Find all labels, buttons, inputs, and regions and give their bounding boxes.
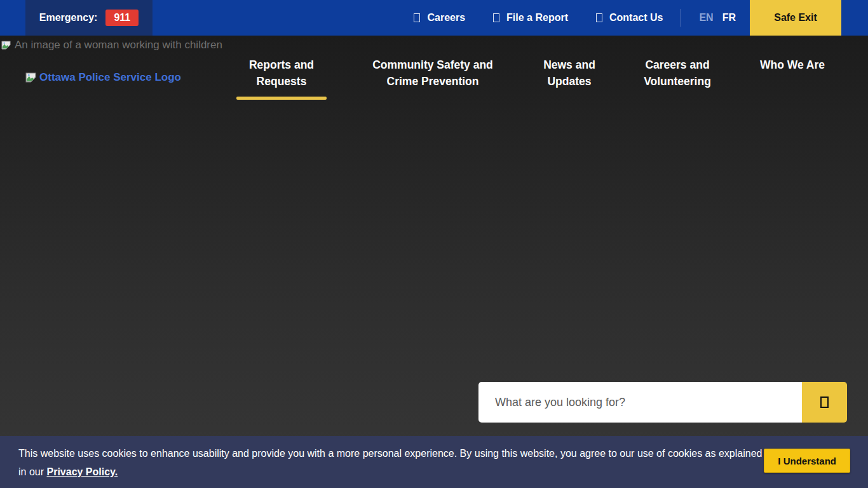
contact-us-icon bbox=[596, 13, 602, 22]
language-toggle: EN FR bbox=[699, 12, 736, 24]
contact-us-link-label: Contact Us bbox=[609, 12, 663, 24]
careers-icon bbox=[414, 13, 420, 22]
nav-item-label: Who We Are bbox=[760, 58, 825, 71]
topbar-divider bbox=[681, 9, 681, 27]
nav-item-community-safety[interactable]: Community Safety and Crime Prevention bbox=[366, 57, 499, 90]
nav-item-news-and-updates[interactable]: News and Updates bbox=[539, 57, 600, 90]
nav-item-reports-and-requests[interactable]: Reports and Requests bbox=[236, 57, 327, 100]
cookie-accept-button[interactable]: I Understand bbox=[764, 449, 850, 473]
nav-item-label: Reports and Requests bbox=[249, 58, 314, 88]
careers-link[interactable]: Careers bbox=[414, 12, 465, 24]
broken-image-icon bbox=[1, 41, 11, 50]
emergency-number-badge: 911 bbox=[105, 10, 139, 26]
site-search bbox=[478, 382, 847, 423]
main-navigation: Reports and Requests Community Safety an… bbox=[236, 57, 830, 100]
privacy-policy-link[interactable]: Privacy Policy. bbox=[46, 466, 118, 477]
hero-image-alt-text: An image of a woman working with childre… bbox=[15, 39, 222, 51]
file-a-report-link[interactable]: File a Report bbox=[493, 12, 568, 24]
safe-exit-button[interactable]: Safe Exit bbox=[750, 0, 841, 36]
nav-item-who-we-are[interactable]: Who We Are bbox=[755, 57, 830, 73]
site-logo-alt-text: Ottawa Police Service Logo bbox=[39, 71, 181, 84]
site-logo-link[interactable]: Ottawa Police Service Logo bbox=[25, 71, 181, 84]
cookie-message: This website uses cookies to enhance usa… bbox=[18, 444, 768, 481]
nav-item-careers-and-volunteering[interactable]: Careers and Volunteering bbox=[639, 57, 715, 90]
language-en[interactable]: EN bbox=[699, 12, 713, 24]
hero-broken-image-alt: An image of a woman working with childre… bbox=[1, 39, 222, 51]
careers-link-label: Careers bbox=[427, 12, 465, 24]
topbar-links: Careers File a Report Contact Us bbox=[414, 12, 663, 24]
emergency-label: Emergency: bbox=[39, 12, 98, 24]
broken-image-icon bbox=[25, 72, 36, 83]
nav-item-label: Community Safety and Crime Prevention bbox=[372, 58, 493, 88]
emergency-block: Emergency: 911 bbox=[25, 0, 153, 36]
active-nav-underline bbox=[236, 97, 327, 100]
hero-section: An image of a woman working with childre… bbox=[0, 36, 868, 488]
search-icon bbox=[820, 396, 829, 408]
nav-item-label: Careers and Volunteering bbox=[644, 58, 711, 88]
file-a-report-link-label: File a Report bbox=[506, 12, 568, 24]
nav-item-label: News and Updates bbox=[543, 58, 595, 88]
file-a-report-icon bbox=[493, 13, 499, 22]
language-fr[interactable]: FR bbox=[722, 12, 736, 24]
contact-us-link[interactable]: Contact Us bbox=[596, 12, 663, 24]
cookie-message-text: This website uses cookies to enhance usa… bbox=[18, 448, 762, 477]
top-utility-bar: Emergency: 911 Careers File a Report Con… bbox=[0, 0, 868, 36]
search-button[interactable] bbox=[802, 382, 847, 423]
search-input[interactable] bbox=[478, 382, 802, 423]
cookie-consent-banner: This website uses cookies to enhance usa… bbox=[0, 436, 868, 488]
